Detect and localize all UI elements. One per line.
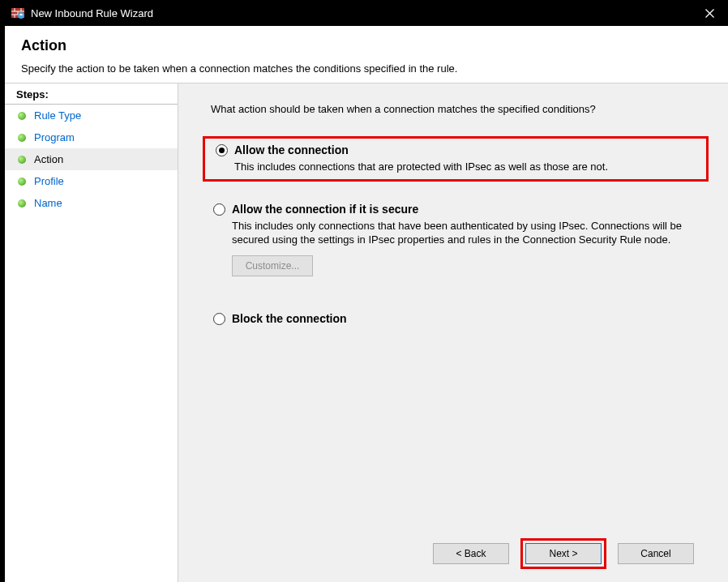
radio-allow[interactable] [216, 144, 228, 156]
step-label: Action [34, 153, 63, 165]
option-desc: This includes connections that are prote… [234, 160, 700, 174]
question-text: What action should be taken when a conne… [211, 103, 709, 115]
step-rule-type[interactable]: Rule Type [5, 105, 178, 126]
option-allow-secure[interactable]: Allow the connection if it is secure Thi… [203, 198, 709, 281]
option-allow[interactable]: Allow the connection This includes conne… [203, 136, 709, 182]
bullet-icon [18, 156, 26, 164]
bullet-icon [18, 199, 26, 208]
option-desc: This includes only connections that have… [232, 219, 702, 247]
back-button[interactable]: < Back [433, 543, 509, 564]
step-action[interactable]: Action [5, 148, 178, 170]
option-block[interactable]: Block the connection [203, 307, 709, 330]
option-title: Block the connection [232, 312, 702, 325]
step-profile[interactable]: Profile [5, 170, 178, 192]
step-label: Program [34, 131, 75, 143]
customize-button: Customize... [232, 255, 313, 276]
radio-block[interactable] [213, 313, 225, 325]
bullet-icon [18, 112, 26, 120]
titlebar: New Inbound Rule Wizard [5, 0, 728, 26]
page-header: Action Specify the action to be taken wh… [5, 26, 728, 83]
steps-sidebar: Steps: Rule Type Program Action Profile … [5, 83, 178, 582]
bullet-icon [18, 178, 26, 186]
main-panel: What action should be taken when a conne… [178, 83, 728, 582]
bullet-icon [18, 134, 26, 142]
action-options: Allow the connection This includes conne… [203, 136, 709, 330]
step-name[interactable]: Name [5, 192, 178, 214]
step-label: Name [34, 197, 62, 209]
cancel-button[interactable]: Cancel [618, 543, 694, 564]
radio-allow-secure[interactable] [213, 203, 225, 216]
footer-buttons: < Back Next > Cancel [203, 530, 709, 582]
window-title: New Inbound Rule Wizard [31, 7, 691, 19]
steps-header: Steps: [5, 87, 178, 105]
step-label: Profile [34, 175, 64, 187]
next-highlight: Next > [520, 538, 606, 569]
close-button[interactable] [691, 0, 728, 26]
option-title: Allow the connection [234, 143, 700, 156]
option-title: Allow the connection if it is secure [232, 203, 702, 216]
firewall-icon [11, 6, 24, 19]
step-label: Rule Type [34, 109, 81, 122]
wizard-window: New Inbound Rule Wizard Action Specify t… [5, 0, 728, 582]
page-description: Specify the action to be taken when a co… [21, 62, 712, 75]
step-program[interactable]: Program [5, 126, 178, 148]
body: Steps: Rule Type Program Action Profile … [5, 83, 728, 582]
next-button[interactable]: Next > [525, 543, 602, 564]
page-title: Action [21, 37, 712, 54]
